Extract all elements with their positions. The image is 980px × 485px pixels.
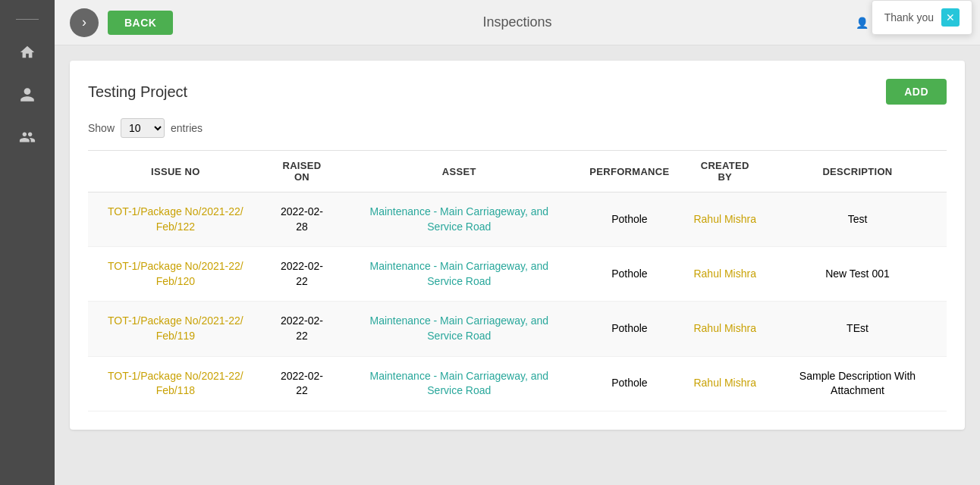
group-icon[interactable] bbox=[14, 124, 41, 151]
entries-select[interactable]: 10 25 50 100 bbox=[121, 118, 165, 138]
cell-created-by[interactable]: Rahul Mishra bbox=[681, 247, 768, 302]
cell-asset[interactable]: Maintenance - Main Carriageway, and Serv… bbox=[341, 356, 577, 411]
cell-description: Test bbox=[768, 192, 947, 247]
cell-asset[interactable]: Maintenance - Main Carriageway, and Serv… bbox=[341, 247, 577, 302]
cell-created-by[interactable]: Rahul Mishra bbox=[681, 356, 768, 411]
table-row: TOT-1/​Package No/​2021-22/​Feb/​120 202… bbox=[88, 247, 947, 302]
created-by-link[interactable]: Rahul Mishra bbox=[693, 322, 755, 334]
card-header: Testing Project ADD bbox=[88, 79, 947, 105]
cell-description: TEst bbox=[768, 302, 947, 356]
issue-no-link[interactable]: TOT-1/​Package No/​2021-22/​Feb/​122 bbox=[108, 205, 243, 233]
content-area: Testing Project ADD Show 10 25 50 100 en… bbox=[55, 45, 980, 485]
asset-link[interactable]: Maintenance - Main Carriageway, and Serv… bbox=[370, 314, 549, 342]
cell-issue-no[interactable]: TOT-1/​Package No/​2021-22/​Feb/​118 bbox=[88, 356, 263, 411]
cell-raised-on: 2022-02-22 bbox=[263, 302, 341, 356]
cell-issue-no[interactable]: TOT-1/​Package No/​2021-22/​Feb/​119 bbox=[88, 302, 263, 356]
user-avatar-icon: 👤 bbox=[856, 17, 868, 29]
topbar-left: › BACK bbox=[70, 8, 173, 37]
cell-raised-on: 2022-02-22 bbox=[263, 356, 341, 411]
asset-link[interactable]: Maintenance - Main Carriageway, and Serv… bbox=[370, 260, 549, 287]
topbar: Thank you ✕ › BACK Inspections 👤 RAHUL M… bbox=[55, 0, 980, 45]
created-by-link[interactable]: Rahul Mishra bbox=[693, 377, 755, 389]
col-raised-on: RAISED ON bbox=[263, 151, 341, 192]
notification-popup: Thank you ✕ bbox=[872, 0, 972, 35]
cell-description: Sample Description With Attachment bbox=[768, 356, 947, 411]
card-title: Testing Project bbox=[88, 83, 187, 101]
cell-created-by[interactable]: Rahul Mishra bbox=[681, 192, 768, 247]
cell-description: New Test 001 bbox=[768, 247, 947, 302]
col-performance: PERFORMANCE bbox=[577, 151, 681, 192]
add-button[interactable]: ADD bbox=[886, 79, 947, 105]
col-issue-no: ISSUE NO bbox=[88, 151, 263, 192]
cell-issue-no[interactable]: TOT-1/​Package No/​2021-22/​Feb/​120 bbox=[88, 247, 263, 302]
sidebar bbox=[0, 0, 55, 485]
created-by-link[interactable]: Rahul Mishra bbox=[693, 268, 755, 280]
show-entries-control: Show 10 25 50 100 entries bbox=[88, 118, 947, 138]
col-asset: ASSET bbox=[341, 151, 577, 192]
cell-asset[interactable]: Maintenance - Main Carriageway, and Serv… bbox=[341, 302, 577, 356]
page-title: Inspections bbox=[482, 14, 551, 30]
cell-asset[interactable]: Maintenance - Main Carriageway, and Serv… bbox=[341, 192, 577, 247]
show-label: Show bbox=[88, 122, 115, 134]
table-row: TOT-1/​Package No/​2021-22/​Feb/​122 202… bbox=[88, 192, 947, 247]
issue-no-link[interactable]: TOT-1/​Package No/​2021-22/​Feb/​119 bbox=[108, 314, 243, 342]
cell-performance: Pothole bbox=[577, 356, 681, 411]
cell-performance: Pothole bbox=[577, 247, 681, 302]
cell-performance: Pothole bbox=[577, 302, 681, 356]
notification-message: Thank you bbox=[884, 11, 934, 23]
issue-no-link[interactable]: TOT-1/​Package No/​2021-22/​Feb/​120 bbox=[108, 260, 243, 287]
person-icon[interactable] bbox=[14, 81, 41, 108]
home-icon[interactable] bbox=[14, 39, 41, 66]
table-header-row: ISSUE NO RAISED ON ASSET PERFORMANCE CRE… bbox=[88, 151, 947, 192]
asset-link[interactable]: Maintenance - Main Carriageway, and Serv… bbox=[370, 205, 549, 233]
cell-performance: Pothole bbox=[577, 192, 681, 247]
notification-close-button[interactable]: ✕ bbox=[941, 8, 960, 27]
asset-link[interactable]: Maintenance - Main Carriageway, and Serv… bbox=[370, 370, 549, 397]
back-button[interactable]: BACK bbox=[108, 11, 173, 35]
cell-issue-no[interactable]: TOT-1/​Package No/​2021-22/​Feb/​122 bbox=[88, 192, 263, 247]
table-row: TOT-1/​Package No/​2021-22/​Feb/​119 202… bbox=[88, 302, 947, 356]
main-area: Thank you ✕ › BACK Inspections 👤 RAHUL M… bbox=[55, 0, 980, 485]
cell-raised-on: 2022-02-28 bbox=[263, 192, 341, 247]
entries-label: entries bbox=[171, 122, 203, 134]
col-description: DESCRIPTION bbox=[768, 151, 947, 192]
created-by-link[interactable]: Rahul Mishra bbox=[693, 213, 755, 225]
nav-forward-button[interactable]: › bbox=[70, 8, 99, 37]
table-row: TOT-1/​Package No/​2021-22/​Feb/​118 202… bbox=[88, 356, 947, 411]
cell-raised-on: 2022-02-22 bbox=[263, 247, 341, 302]
inspections-card: Testing Project ADD Show 10 25 50 100 en… bbox=[70, 61, 965, 430]
col-created-by: CREATED BY bbox=[681, 151, 768, 192]
inspections-table: ISSUE NO RAISED ON ASSET PERFORMANCE CRE… bbox=[88, 150, 947, 411]
issue-no-link[interactable]: TOT-1/​Package No/​2021-22/​Feb/​118 bbox=[108, 370, 243, 397]
cell-created-by[interactable]: Rahul Mishra bbox=[681, 302, 768, 356]
sidebar-divider bbox=[16, 19, 39, 20]
